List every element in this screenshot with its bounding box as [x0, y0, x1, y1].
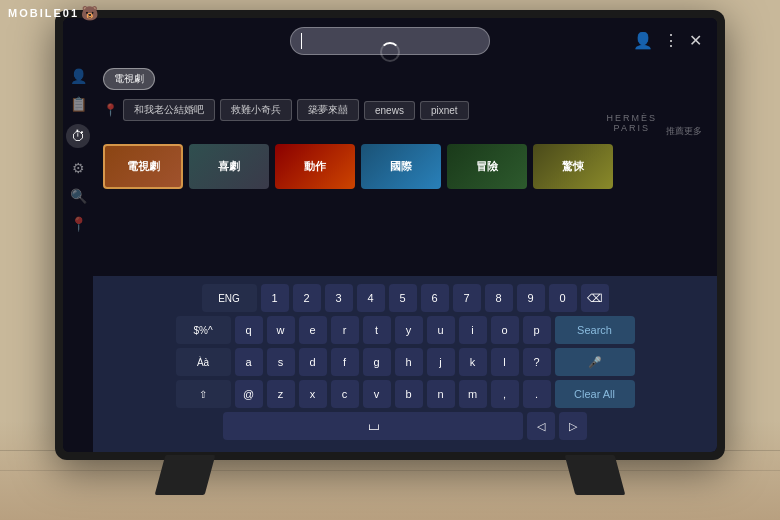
key-question[interactable]: ? — [523, 348, 551, 376]
key-1[interactable]: 1 — [261, 284, 289, 312]
tv-frame: 👤 ⋮ ✕ 👤 📋 ⏱ ⚙ 🔍 📍 HERMÈS PARIS — [55, 10, 725, 460]
key-o[interactable]: o — [491, 316, 519, 344]
more-options-icon[interactable]: ⋮ — [663, 31, 679, 50]
tv-screen: 👤 ⋮ ✕ 👤 📋 ⏱ ⚙ 🔍 📍 HERMÈS PARIS — [63, 18, 717, 452]
key-5[interactable]: 5 — [389, 284, 417, 312]
key-space[interactable]: ⌴ — [223, 412, 523, 440]
category-row: 電視劇 — [93, 63, 717, 95]
key-m[interactable]: m — [459, 380, 487, 408]
key-comma[interactable]: , — [491, 380, 519, 408]
key-p[interactable]: p — [523, 316, 551, 344]
genre-thumb-drama[interactable]: 電視劇 — [103, 144, 183, 189]
keyboard-row-5: ⌴ ◁ ▷ — [103, 412, 707, 440]
key-4[interactable]: 4 — [357, 284, 385, 312]
key-z[interactable]: z — [267, 380, 295, 408]
genre-thumb-international[interactable]: 國際 — [361, 144, 441, 189]
sidebar-item-search[interactable]: 🔍 — [70, 188, 87, 204]
key-c[interactable]: c — [331, 380, 359, 408]
logo-icon: 🐻 — [81, 5, 98, 21]
top-bar: 👤 ⋮ ✕ — [63, 18, 717, 63]
genre-row: 電視劇 喜劇 動作 國際 冒險 驚悚 — [93, 138, 717, 195]
key-u[interactable]: u — [427, 316, 455, 344]
key-v[interactable]: v — [363, 380, 391, 408]
tv-stand-right — [565, 455, 626, 495]
search-bar[interactable] — [290, 27, 490, 55]
sidebar-item-profile[interactable]: 👤 — [70, 68, 87, 84]
hermes-logo: HERMÈS PARIS — [606, 113, 657, 133]
key-6[interactable]: 6 — [421, 284, 449, 312]
key-x[interactable]: x — [299, 380, 327, 408]
key-8[interactable]: 8 — [485, 284, 513, 312]
keyboard-row-4: ⇧ @ z x c v b n m , . Clear All — [103, 380, 707, 408]
key-b[interactable]: b — [395, 380, 423, 408]
genre-thumb-action[interactable]: 動作 — [275, 144, 355, 189]
key-f[interactable]: f — [331, 348, 359, 376]
key-3[interactable]: 3 — [325, 284, 353, 312]
suggestion-tag-3[interactable]: enews — [364, 101, 415, 120]
key-9[interactable]: 9 — [517, 284, 545, 312]
keyboard: ENG 1 2 3 4 5 6 7 8 9 0 ⌫ — [93, 276, 717, 452]
keyboard-row-2: $%^ q w e r t y u i o p Search — [103, 316, 707, 344]
key-r[interactable]: r — [331, 316, 359, 344]
key-7[interactable]: 7 — [453, 284, 481, 312]
key-symbols[interactable]: $%^ — [176, 316, 231, 344]
key-search[interactable]: Search — [555, 316, 635, 344]
text-cursor — [301, 33, 302, 49]
suggestion-tag-0[interactable]: 和我老公結婚吧 — [123, 99, 215, 121]
sidebar-item-location[interactable]: 📍 — [70, 216, 87, 232]
key-y[interactable]: y — [395, 316, 423, 344]
key-q[interactable]: q — [235, 316, 263, 344]
top-bar-right: 👤 ⋮ ✕ — [633, 31, 702, 50]
key-i[interactable]: i — [459, 316, 487, 344]
loading-indicator — [380, 42, 400, 62]
key-eng[interactable]: ENG — [202, 284, 257, 312]
key-t[interactable]: t — [363, 316, 391, 344]
suggestion-tag-4[interactable]: pixnet — [420, 101, 469, 120]
key-s[interactable]: s — [267, 348, 295, 376]
key-l[interactable]: l — [491, 348, 519, 376]
key-2[interactable]: 2 — [293, 284, 321, 312]
screen-content: 👤 ⋮ ✕ 👤 📋 ⏱ ⚙ 🔍 📍 HERMÈS PARIS — [63, 18, 717, 452]
sidebar: 👤 📋 ⏱ ⚙ 🔍 📍 — [63, 63, 93, 452]
category-pill-drama[interactable]: 電視劇 — [103, 68, 155, 90]
key-period[interactable]: . — [523, 380, 551, 408]
location-pin-icon: 📍 — [103, 103, 118, 117]
key-arrow-left[interactable]: ◁ — [527, 412, 555, 440]
key-k[interactable]: k — [459, 348, 487, 376]
key-j[interactable]: j — [427, 348, 455, 376]
key-clear-all[interactable]: Clear All — [555, 380, 635, 408]
genre-thumb-thriller[interactable]: 驚悚 — [533, 144, 613, 189]
key-a[interactable]: a — [235, 348, 263, 376]
key-accent[interactable]: Àà — [176, 348, 231, 376]
key-e[interactable]: e — [299, 316, 327, 344]
key-shift[interactable]: ⇧ — [176, 380, 231, 408]
keyboard-row-3: Àà a s d f g h j k l ? 🎤 — [103, 348, 707, 376]
key-n[interactable]: n — [427, 380, 455, 408]
key-0[interactable]: 0 — [549, 284, 577, 312]
key-backspace[interactable]: ⌫ — [581, 284, 609, 312]
close-icon[interactable]: ✕ — [689, 31, 702, 50]
key-arrow-right[interactable]: ▷ — [559, 412, 587, 440]
suggestion-tag-1[interactable]: 救難小奇兵 — [220, 99, 292, 121]
hermes-line2: PARIS — [606, 123, 657, 133]
genre-thumb-comedy[interactable]: 喜劇 — [189, 144, 269, 189]
key-g[interactable]: g — [363, 348, 391, 376]
suggestion-tag-2[interactable]: 築夢來囍 — [297, 99, 359, 121]
keyboard-row-1: ENG 1 2 3 4 5 6 7 8 9 0 ⌫ — [103, 284, 707, 312]
key-h[interactable]: h — [395, 348, 423, 376]
content-area: HERMÈS PARIS 電視劇 📍 和我老公結婚吧 救難小奇兵 築夢來囍 en… — [93, 63, 717, 452]
key-d[interactable]: d — [299, 348, 327, 376]
key-at[interactable]: @ — [235, 380, 263, 408]
key-w[interactable]: w — [267, 316, 295, 344]
logo-text: MOBILE01 — [8, 7, 79, 19]
mobile01-logo: MOBILE01 🐻 — [8, 5, 98, 21]
sidebar-item-settings[interactable]: ⚙ — [72, 160, 85, 176]
sidebar-item-list[interactable]: 📋 — [70, 96, 87, 112]
hermes-line1: HERMÈS — [606, 113, 657, 123]
genre-thumb-adventure[interactable]: 冒險 — [447, 144, 527, 189]
sidebar-item-history[interactable]: ⏱ — [66, 124, 90, 148]
key-mic[interactable]: 🎤 — [555, 348, 635, 376]
user-icon[interactable]: 👤 — [633, 31, 653, 50]
